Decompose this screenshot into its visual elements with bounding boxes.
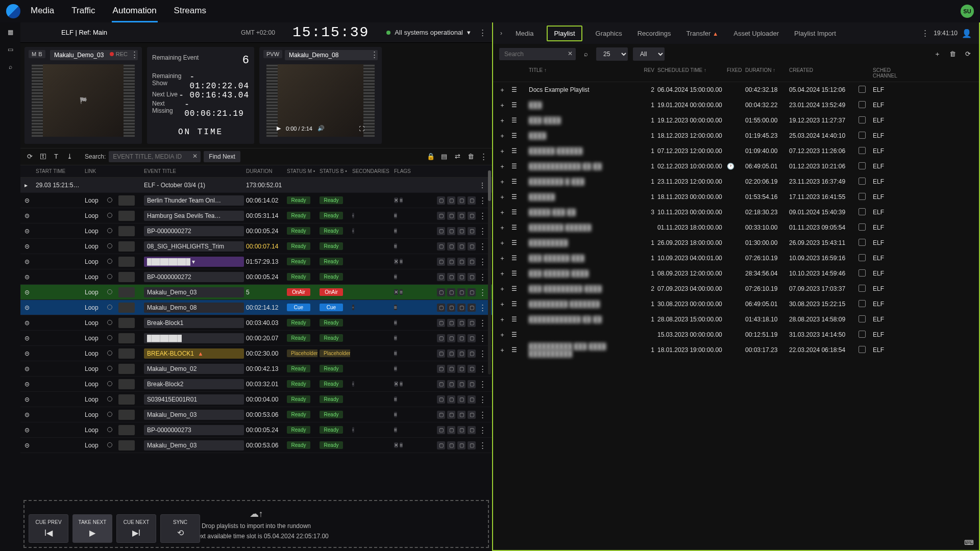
- checkbox[interactable]: [859, 315, 866, 322]
- action-icon[interactable]: ▢: [468, 441, 476, 449]
- playlist-search-input[interactable]: [499, 48, 576, 60]
- add-icon[interactable]: ＋: [499, 223, 508, 232]
- rundown-row[interactable]: ⊝LoopBP-000000027300:00:05.24ReadyReady▫…: [20, 422, 492, 438]
- keyboard-icon[interactable]: ⌨: [964, 538, 974, 548]
- monitor-icon[interactable]: ▭: [6, 46, 15, 55]
- action-icon[interactable]: ▢: [457, 411, 465, 419]
- playlist-row[interactable]: ＋☰███ ████119.12.2023 00:00:00.0001:55:0…: [493, 113, 979, 128]
- x-flag-icon[interactable]: ✕: [394, 289, 398, 295]
- more-icon[interactable]: ⋮: [370, 50, 379, 59]
- rundown-row[interactable]: ⊝LoopS039415E001R0100:00:04.00ReadyReady…: [20, 392, 492, 407]
- expand-icon[interactable]: ⊝: [24, 350, 34, 357]
- row-more-icon[interactable]: ⋮: [478, 318, 487, 328]
- action-icon[interactable]: ▢: [457, 258, 465, 266]
- add-icon[interactable]: ＋: [499, 269, 508, 278]
- action-icon[interactable]: ▢: [437, 426, 445, 434]
- expand-icon[interactable]: ⊝: [24, 212, 34, 219]
- search-icon[interactable]: ⌕: [6, 63, 15, 72]
- add-icon[interactable]: ＋: [499, 315, 508, 324]
- action-icon[interactable]: ▢: [457, 242, 465, 251]
- action-icon[interactable]: ▢: [437, 334, 445, 342]
- expand-icon[interactable]: ⊝: [24, 411, 34, 418]
- flag-icon[interactable]: ≡: [400, 259, 403, 264]
- user-avatar[interactable]: SU: [961, 5, 974, 18]
- clear-icon[interactable]: ✕: [192, 153, 198, 160]
- panel-tab-transfer[interactable]: Transfer▲: [684, 24, 720, 42]
- rundown-row[interactable]: ⊝LoopHamburg Sea Devils Tea…00:05:31.14R…: [20, 208, 492, 223]
- add-icon[interactable]: ＋: [499, 300, 508, 309]
- action-icon[interactable]: ▢: [437, 395, 445, 404]
- action-icon[interactable]: ▢: [468, 319, 476, 327]
- action-icon[interactable]: ▢: [468, 273, 476, 281]
- action-icon[interactable]: ▢: [457, 334, 465, 342]
- checkbox[interactable]: [859, 208, 866, 215]
- checkbox[interactable]: [859, 178, 866, 185]
- action-icon[interactable]: ▢: [468, 304, 476, 312]
- rundown-row[interactable]: ⊝LoopBreak-Block100:03:40.03ReadyReady ≡…: [20, 315, 492, 331]
- playlist-row[interactable]: ＋☰█████████ ███████130.08.2023 00:00:00.…: [493, 296, 979, 312]
- add-icon[interactable]: ＋: [499, 86, 508, 94]
- panel-tab-playlist[interactable]: Playlist: [547, 26, 582, 41]
- flag-icon[interactable]: ≡: [394, 396, 397, 402]
- rundown-row[interactable]: ⊝LoopMakalu_Demo_0200:00:42.13ReadyReady…: [20, 361, 492, 377]
- expand-icon[interactable]: ⊝: [24, 197, 34, 204]
- action-icon[interactable]: ▢: [447, 365, 455, 373]
- checkbox[interactable]: [859, 147, 866, 154]
- action-icon[interactable]: ▢: [468, 196, 476, 205]
- checkbox[interactable]: [859, 300, 866, 307]
- row-more-icon[interactable]: ⋮: [478, 196, 487, 205]
- more-icon[interactable]: ⋮: [479, 152, 488, 161]
- flag-icon[interactable]: ≡: [394, 427, 397, 433]
- action-icon[interactable]: ▢: [457, 365, 465, 373]
- action-icon[interactable]: ▢: [457, 426, 465, 434]
- rundown-row[interactable]: ⊝Loop████████00:00:20.07ReadyReady ≡▢▢▢▢…: [20, 331, 492, 346]
- flag-icon[interactable]: ≡: [394, 213, 397, 218]
- action-icon[interactable]: ▢: [447, 304, 455, 312]
- checkbox[interactable]: [859, 86, 866, 93]
- panel-tab-media[interactable]: Media: [513, 24, 535, 42]
- flag-icon[interactable]: ≡: [394, 243, 397, 249]
- add-icon[interactable]: ＋: [499, 132, 508, 140]
- playlist-row[interactable]: ＋☰██████118.11.2023 00:00:00.0001:53:54.…: [493, 189, 979, 205]
- action-icon[interactable]: ▢: [457, 196, 465, 205]
- action-icon[interactable]: ▢: [447, 380, 455, 388]
- action-icon[interactable]: ▢: [437, 212, 445, 220]
- flag-icon[interactable]: ≡: [394, 274, 397, 280]
- action-icon[interactable]: ▢: [468, 411, 476, 419]
- key-icon[interactable]: ⚿: [38, 152, 48, 162]
- action-icon[interactable]: ▢: [457, 288, 465, 296]
- flag-icon[interactable]: ≡: [394, 366, 397, 371]
- panel-tab-graphics[interactable]: Graphics: [594, 24, 624, 42]
- checkbox[interactable]: [859, 193, 866, 200]
- rundown-row[interactable]: ⊝Loop██████████ ▾01:57:29.13ReadyReady✕ …: [20, 254, 492, 269]
- action-icon[interactable]: ▢: [447, 395, 455, 404]
- add-icon[interactable]: ＋: [499, 147, 508, 156]
- row-more-icon[interactable]: ⋮: [478, 441, 487, 450]
- expand-icon[interactable]: ⊝: [24, 228, 34, 235]
- filter-select[interactable]: All: [633, 47, 665, 61]
- action-icon[interactable]: ▢: [447, 319, 455, 327]
- checkbox[interactable]: [859, 239, 866, 246]
- more-icon[interactable]: ⋮: [920, 29, 929, 38]
- checkbox[interactable]: [859, 346, 866, 353]
- add-icon[interactable]: ＋: [499, 239, 508, 247]
- rundown-search-input[interactable]: [109, 151, 201, 162]
- lock-icon[interactable]: 🔒: [426, 152, 436, 162]
- action-icon[interactable]: ▢: [447, 227, 455, 235]
- action-icon[interactable]: ▢: [437, 273, 445, 281]
- rundown-row[interactable]: ⊝LoopBerlin Thunder Team Onl…00:06:14.02…: [20, 193, 492, 208]
- rundown-row[interactable]: ⊝LoopMakalu_Demo_0800:02:14.12CueCue▫ ≡▢…: [20, 300, 492, 315]
- action-icon[interactable]: ▢: [468, 227, 476, 235]
- action-icon[interactable]: ▢: [437, 258, 445, 266]
- playlist-row[interactable]: ＋☰████████████ ██ ██102.12.2023 10:00:00…: [493, 159, 979, 174]
- find-next-button[interactable]: Find Next: [204, 151, 240, 162]
- take-next-button[interactable]: TAKE NEXT▶: [72, 514, 112, 543]
- search-icon[interactable]: ⌕: [581, 49, 591, 59]
- action-icon[interactable]: ▢: [437, 365, 445, 373]
- expand-icon[interactable]: ⊝: [24, 442, 34, 449]
- action-icon[interactable]: ▢: [468, 349, 476, 358]
- text-icon[interactable]: T: [51, 152, 61, 162]
- expand-icon[interactable]: ⊝: [24, 243, 34, 250]
- playlist-row[interactable]: ＋☰████████ ██████01.11.2023 18:00:00.000…: [493, 220, 979, 235]
- flag-icon[interactable]: ≡: [394, 412, 397, 417]
